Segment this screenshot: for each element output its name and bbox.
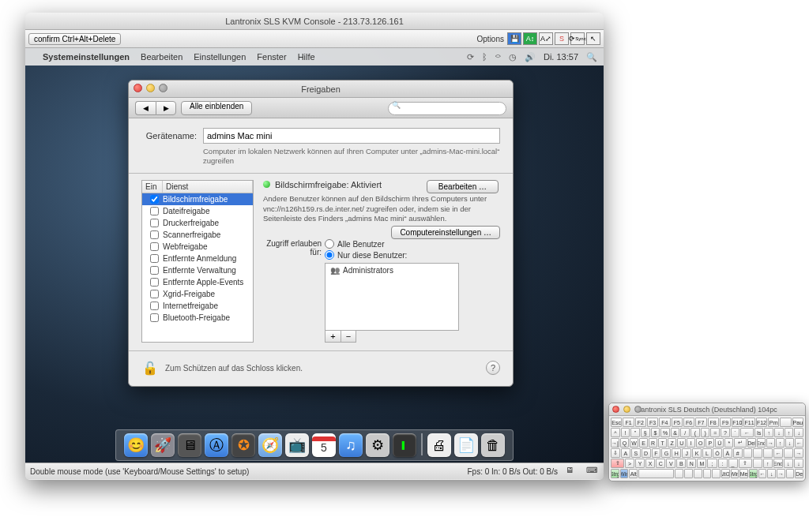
key[interactable]: Del [747,438,756,448]
close-icon[interactable] [134,84,142,92]
minimize-icon[interactable] [146,84,155,92]
dock-calendar[interactable]: 5 [312,433,336,457]
bluetooth-icon[interactable]: ᛒ [482,52,487,62]
key[interactable]: →| [611,438,619,448]
key[interactable]: F12 [756,418,767,427]
service-checkbox[interactable] [150,266,159,275]
key[interactable]: ↓ [774,428,784,437]
key[interactable]: D [642,448,651,458]
key[interactable]: F4 [659,418,670,427]
key[interactable] [694,469,702,478]
key[interactable]: Ü [715,438,724,448]
key[interactable]: ← [773,448,783,458]
service-row[interactable]: Webfreigabe [142,241,253,253]
key[interactable]: → [794,448,803,458]
add-user-button[interactable]: + [325,330,341,343]
key[interactable]: F2 [635,418,646,427]
dock-launchpad[interactable]: 🚀 [151,433,175,457]
key[interactable]: Alt [629,469,638,478]
menubar-item[interactable]: Einstellungen [194,52,246,62]
service-row[interactable]: Dateifreigabe [142,205,253,217]
service-checkbox[interactable] [150,219,159,227]
key[interactable] [712,469,721,478]
lock-icon[interactable]: 🔓 [141,359,159,377]
key[interactable] [753,459,762,468]
service-checkbox[interactable] [150,278,159,287]
key[interactable]: : [718,459,728,468]
key[interactable]: ( [690,428,700,437]
key[interactable]: ^ [611,428,620,437]
key[interactable]: C [656,459,665,468]
key[interactable]: _ [728,459,738,468]
service-row[interactable]: Entfernte Anmeldung [142,253,253,264]
zoom-icon[interactable] [634,406,642,413]
key[interactable]: * [724,438,733,448]
key[interactable]: ! [621,428,630,437]
monitor-icon[interactable]: 🖥 [566,466,578,477]
key[interactable]: / [680,428,690,437]
remove-user-button[interactable]: − [341,330,356,343]
key[interactable]: ← [740,428,753,437]
key[interactable]: F10 [732,418,743,427]
resync-icon[interactable]: ⟳Sync [570,32,585,45]
key[interactable]: $ [651,428,660,437]
search-input[interactable] [388,102,506,115]
key[interactable]: Q [620,438,629,448]
menubar-item[interactable]: Fenster [257,52,286,62]
key[interactable]: F6 [683,418,694,427]
dock-settings[interactable]: ⚙ [366,433,389,457]
key[interactable] [703,469,712,478]
key[interactable]: ↑ [763,459,773,468]
key[interactable]: ` [731,428,740,437]
key[interactable]: G [661,448,671,458]
key[interactable]: ↓ [785,438,794,448]
key[interactable]: ↑ [776,438,785,448]
key[interactable]: ↓ [794,459,803,468]
key[interactable]: Y [635,459,645,468]
sync-status-icon[interactable]: ⟳ [467,52,474,62]
key[interactable]: > [625,459,634,468]
key[interactable]: Z [668,438,676,448]
service-checkbox[interactable] [150,230,159,239]
virtual-keyboard-window[interactable]: Lantronix SLS Deutsch (Deutschland) 104p… [608,403,806,481]
key[interactable] [684,469,693,478]
menubar-item[interactable]: Bearbeiten [141,52,182,62]
key[interactable]: X [645,459,655,468]
menubar-clock[interactable]: Di. 13:57 [544,52,578,62]
key[interactable]: N [687,459,696,468]
edit-button[interactable]: Bearbeiten … [427,180,499,193]
key[interactable]: & [671,428,680,437]
key[interactable]: ↑ [785,428,794,437]
key[interactable]: T [658,438,667,448]
key[interactable]: Strg [611,469,619,478]
key[interactable]: W [630,438,638,448]
spotlight-icon[interactable]: 🔍 [586,52,597,62]
key[interactable] [638,469,674,478]
service-row[interactable]: Bildschirmfreigabe [142,193,253,205]
key[interactable] [786,469,795,478]
service-row[interactable]: Internetfreigabe [142,300,253,312]
device-name-input[interactable] [203,128,500,144]
user-row[interactable]: Administrators [325,264,458,277]
cursor-icon[interactable]: ↖ [586,32,600,45]
key[interactable]: A [621,448,630,458]
key[interactable]: J [682,448,691,458]
zoom-icon[interactable] [159,84,167,92]
save-icon[interactable]: 💾 [507,32,521,45]
key[interactable]: End [773,459,783,468]
dock-finder[interactable]: 😊 [124,433,148,457]
wifi-icon[interactable]: ⌔ [495,52,501,62]
key[interactable]: § [641,428,650,437]
key[interactable] [743,448,753,458]
key[interactable]: ⇧ [611,459,624,468]
key[interactable] [780,418,791,427]
key[interactable]: K [692,448,702,458]
key[interactable]: R [649,438,657,448]
key[interactable] [763,448,773,458]
key[interactable]: U [677,438,686,448]
help-button[interactable]: ? [486,361,500,375]
close-icon[interactable] [612,406,619,413]
keyboard-icon[interactable]: ⌨ [586,466,599,477]
key[interactable]: F8 [708,418,719,427]
dock-appstore[interactable]: Ⓐ [205,433,228,457]
